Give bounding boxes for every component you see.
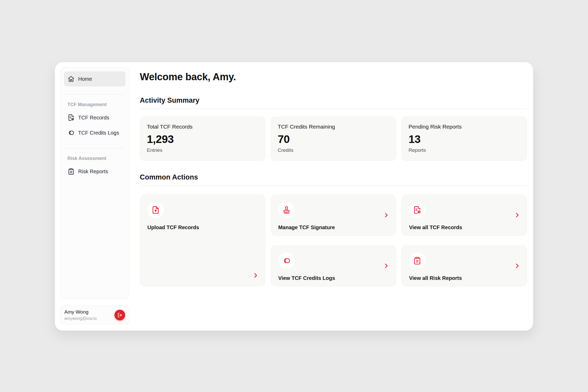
action-card-view-all-risk-reports[interactable]: View all Risk Reports <box>401 245 527 286</box>
sidebar-item-label: Risk Reports <box>78 169 108 175</box>
stat-unit: Entries <box>147 147 258 153</box>
action-card-label: View all Risk Reports <box>409 275 520 281</box>
stat-value: 13 <box>408 133 520 146</box>
action-card-label: View TCF Credits Logs <box>278 275 389 281</box>
page-title: Welcome back, Amy. <box>140 71 527 83</box>
clipboard-icon <box>68 168 74 175</box>
stamp-icon <box>283 206 291 214</box>
logout-icon <box>117 313 123 318</box>
stat-unit: Reports <box>408 147 520 153</box>
activity-summary-heading: Activity Summary <box>140 96 527 105</box>
stat-card-tcf-credits-remaining: TCF Credits Remaining 70 Credits <box>271 117 396 161</box>
action-card-label: Manage TCF Signature <box>278 224 389 230</box>
section-divider <box>140 186 527 186</box>
stat-card-total-tcf-records: Total TCF Records 1,293 Entries <box>140 117 266 161</box>
action-icon-circle <box>278 202 295 218</box>
actions-grid: Upload TCF Records Manage TCF <box>140 194 527 286</box>
user-name: Amy Wong <box>64 309 97 315</box>
file-clock-icon <box>413 206 421 214</box>
sidebar-item-label: TCF Credits Logs <box>78 130 119 136</box>
action-card-label: Upload TCF Records <box>147 224 258 230</box>
action-icon-circle <box>278 252 295 269</box>
sidebar: Home TCF Management TCF Records <box>60 67 129 324</box>
sidebar-item-tcf-records[interactable]: TCF Records <box>64 110 125 125</box>
action-icon-circle <box>147 202 164 218</box>
home-icon <box>68 76 74 82</box>
file-clock-icon <box>68 114 74 121</box>
chevron-right-icon <box>383 212 390 218</box>
action-icon-circle <box>409 202 425 218</box>
user-email: amywong@icw.io <box>64 316 97 321</box>
sidebar-item-tcf-credits-logs[interactable]: TCF Credits Logs <box>64 125 125 140</box>
action-card-upload-tcf-records[interactable]: Upload TCF Records <box>140 194 266 286</box>
sidebar-item-risk-reports[interactable]: Risk Reports <box>64 164 125 179</box>
coins-icon <box>283 257 291 265</box>
action-icon-circle <box>409 252 425 269</box>
common-actions-heading: Common Actions <box>140 173 527 181</box>
stat-unit: Credits <box>278 147 389 153</box>
sidebar-item-home[interactable]: Home <box>64 71 125 87</box>
stat-value: 70 <box>278 133 389 146</box>
app-window: Home TCF Management TCF Records <box>55 62 533 331</box>
action-card-view-tcf-credits-logs[interactable]: View TCF Credits Logs <box>271 245 396 286</box>
chevron-right-icon <box>252 272 259 279</box>
sidebar-nav: Home TCF Management TCF Records <box>60 67 129 299</box>
sidebar-divider <box>65 148 125 148</box>
sidebar-item-label: Home <box>78 76 92 82</box>
chevron-right-icon <box>383 262 390 269</box>
logout-button[interactable] <box>114 310 125 320</box>
clipboard-icon <box>413 257 421 265</box>
sidebar-section-tcf-management: TCF Management <box>64 102 125 107</box>
user-panel: Amy Wong amywong@icw.io <box>60 306 129 324</box>
chevron-right-icon <box>514 262 521 269</box>
stat-title: Pending Risk Reports <box>408 124 520 130</box>
chevron-right-icon <box>514 212 521 218</box>
sidebar-section-risk-assessment: Risk Assessment <box>64 156 125 161</box>
stat-card-pending-risk-reports: Pending Risk Reports 13 Reports <box>401 117 527 161</box>
action-card-manage-tcf-signature[interactable]: Manage TCF Signature <box>271 194 396 236</box>
stat-value: 1,293 <box>147 133 258 146</box>
main-content: Welcome back, Amy. Activity Summary Tota… <box>140 67 527 324</box>
user-info: Amy Wong amywong@icw.io <box>64 309 97 321</box>
file-upload-icon <box>152 206 160 214</box>
stat-title: Total TCF Records <box>147 124 258 130</box>
coins-icon <box>68 129 74 136</box>
stat-title: TCF Credits Remaining <box>278 124 389 130</box>
action-card-view-all-tcf-records[interactable]: View all TCF Records <box>401 194 527 236</box>
sidebar-divider <box>65 94 125 95</box>
stats-row: Total TCF Records 1,293 Entries TCF Cred… <box>140 117 527 161</box>
sidebar-item-label: TCF Records <box>78 115 109 121</box>
section-divider <box>140 109 527 109</box>
action-card-label: View all TCF Records <box>409 224 520 230</box>
